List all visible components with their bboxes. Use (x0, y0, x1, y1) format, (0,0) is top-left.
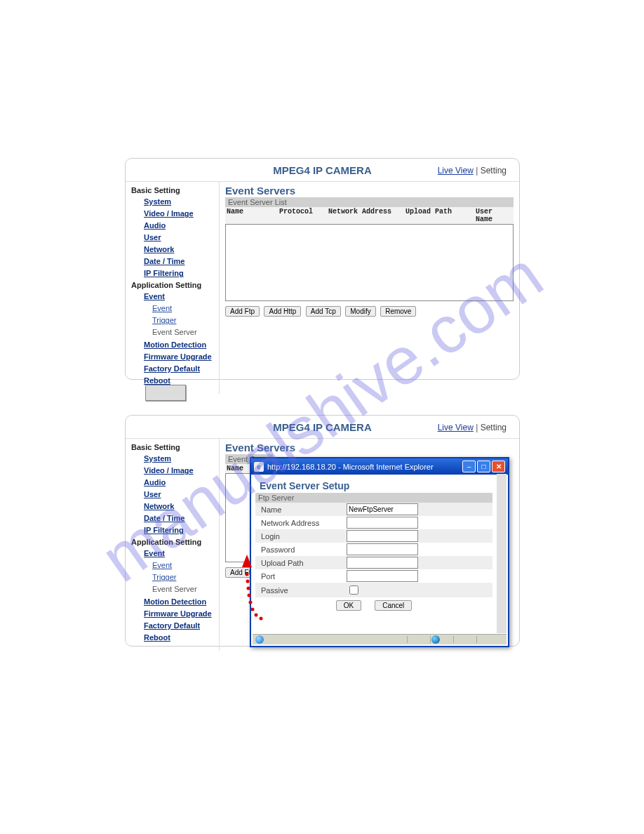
sidebar-item-system[interactable]: System (144, 196, 219, 208)
sidebar-subitem-event-2[interactable]: Event (152, 560, 219, 571)
sidebar-item-factory-default[interactable]: Factory Default (144, 363, 219, 375)
row-passive: Passive (255, 583, 492, 597)
row-port: Port (255, 569, 492, 583)
sidebar-item-audio[interactable]: Audio (144, 220, 219, 232)
sidebar-item-reboot-2[interactable]: Reboot (144, 632, 219, 644)
sidebar-item-system-2[interactable]: System (144, 453, 219, 465)
live-view-link-2[interactable]: Live View (438, 423, 474, 432)
name-field[interactable] (347, 503, 418, 515)
page-title-2: MPEG4 IP CAMERA (273, 421, 372, 433)
dialog-buttons: OK Cancel (255, 597, 492, 612)
sidebar-item-video-image-2[interactable]: Video / Image (144, 465, 219, 477)
svg-point-1 (246, 573, 249, 576)
dialog-titlebar[interactable]: e http://192.168.18.20 - Microsoft Inter… (251, 458, 508, 475)
add-tcp-button[interactable]: Add Tcp (306, 306, 341, 317)
sidebar-item-firmware-upgrade[interactable]: Firmware Upgrade (144, 351, 219, 363)
sidebar-subitem-trigger-2[interactable]: Trigger (152, 571, 219, 583)
svg-marker-0 (242, 555, 252, 567)
port-field[interactable] (347, 570, 418, 582)
sidebar-item-event-2[interactable]: Event (144, 548, 219, 560)
popup-heading: Event Server Setup (260, 480, 492, 491)
svg-point-3 (247, 587, 250, 590)
row-password: Password (255, 543, 492, 556)
header-links: Live View | Setting (438, 166, 507, 176)
svg-point-2 (246, 580, 250, 583)
basic-setting-heading: Basic Setting (131, 186, 219, 194)
add-http-button[interactable]: Add Http (264, 306, 301, 317)
upload-path-label: Upload Path (255, 559, 347, 567)
sidebar-item-event[interactable]: Event (144, 291, 219, 303)
sidebar: Basic Setting System Video / Image Audio… (126, 182, 220, 394)
network-address-label: Network Address (255, 519, 347, 527)
col-network-address: Network Address (328, 208, 405, 223)
panel-header: MPEG4 IP CAMERA Live View | Setting (126, 159, 519, 181)
name-label: Name (255, 505, 347, 514)
event-server-list-label: Event Server List (225, 197, 514, 207)
sidebar-item-ip-filtering[interactable]: IP Filtering (144, 267, 219, 279)
ie-icon (255, 635, 264, 644)
panel-header-2: MPEG4 IP CAMERA Live View | Setting (126, 416, 519, 438)
separator-2: | (476, 423, 478, 432)
setting-label-2: Setting (481, 423, 507, 432)
row-network-address: Network Address (255, 516, 492, 529)
sidebar-item-motion-detection[interactable]: Motion Detection (144, 339, 219, 351)
sidebar-item-audio-2[interactable]: Audio (144, 477, 219, 489)
live-view-link[interactable]: Live View (438, 166, 474, 176)
password-field[interactable] (347, 543, 418, 555)
upload-path-field[interactable] (347, 557, 418, 569)
row-name: Name (255, 503, 492, 516)
network-address-field[interactable] (347, 517, 418, 529)
sidebar-item-network[interactable]: Network (144, 244, 219, 256)
application-setting-heading: Application Setting (131, 281, 219, 289)
content-area: Event Servers Event Server List Name Pro… (220, 182, 519, 394)
passive-checkbox[interactable] (349, 585, 358, 595)
modify-button[interactable]: Modify (345, 306, 375, 317)
sidebar-item-video-image[interactable]: Video / Image (144, 208, 219, 220)
header-links-2: Live View | Setting (438, 423, 507, 432)
row-login: Login (255, 529, 492, 543)
event-server-list[interactable] (225, 224, 514, 301)
sidebar-item-factory-default-2[interactable]: Factory Default (144, 620, 219, 632)
password-label: Password (255, 545, 347, 554)
minimize-button[interactable]: – (462, 461, 476, 472)
dialog-statusbar (253, 634, 507, 644)
svg-point-7 (255, 614, 258, 617)
login-field[interactable] (347, 530, 418, 542)
button-row: Add Ftp Add Http Add Tcp Modify Remove (225, 304, 514, 317)
cancel-button[interactable]: Cancel (375, 600, 412, 611)
passive-label: Passive (255, 586, 347, 595)
ok-button[interactable]: OK (336, 600, 361, 611)
page-title: MPEG4 IP CAMERA (273, 164, 372, 176)
close-button[interactable]: ✕ (492, 461, 505, 472)
sidebar-item-date-time[interactable]: Date / Time (144, 256, 219, 267)
col-upload-path: Upload Path (405, 208, 476, 223)
maximize-button[interactable]: □ (477, 461, 490, 472)
sidebar-subitem-event[interactable]: Event (152, 303, 219, 315)
col-user-name: User Name (476, 208, 512, 223)
remove-button[interactable]: Remove (380, 306, 416, 317)
dialog-title-text: http://192.168.18.20 - Microsoft Interne… (267, 463, 461, 471)
svg-point-6 (251, 608, 255, 611)
content-title: Event Servers (225, 185, 514, 197)
add-ftp-button[interactable]: Add Ftp (225, 306, 260, 317)
between-panel-box (145, 385, 186, 401)
sidebar-item-firmware-upgrade-2[interactable]: Firmware Upgrade (144, 608, 219, 620)
application-setting-heading-2: Application Setting (131, 538, 219, 546)
svg-point-5 (249, 601, 253, 604)
sidebar-item-network-2[interactable]: Network (144, 501, 219, 512)
sidebar-subitem-trigger[interactable]: Trigger (152, 315, 219, 326)
col-protocol: Protocol (279, 208, 328, 223)
separator: | (476, 166, 478, 176)
sidebar-item-ip-filtering-2[interactable]: IP Filtering (144, 524, 219, 536)
table-header: Name Protocol Network Address Upload Pat… (225, 207, 514, 224)
sidebar-item-user-2[interactable]: User (144, 489, 219, 501)
sidebar-item-date-time-2[interactable]: Date / Time (144, 512, 219, 524)
sidebar-item-user[interactable]: User (144, 232, 219, 244)
svg-point-8 (260, 617, 263, 621)
sidebar-item-motion-detection-2[interactable]: Motion Detection (144, 596, 219, 608)
port-label: Port (255, 572, 347, 581)
dialog-scrollbar[interactable] (497, 474, 507, 633)
ie-page-icon: e (254, 462, 264, 472)
sidebar-subitem-event-server: Event Server (152, 326, 219, 338)
row-upload-path: Upload Path (255, 556, 492, 569)
